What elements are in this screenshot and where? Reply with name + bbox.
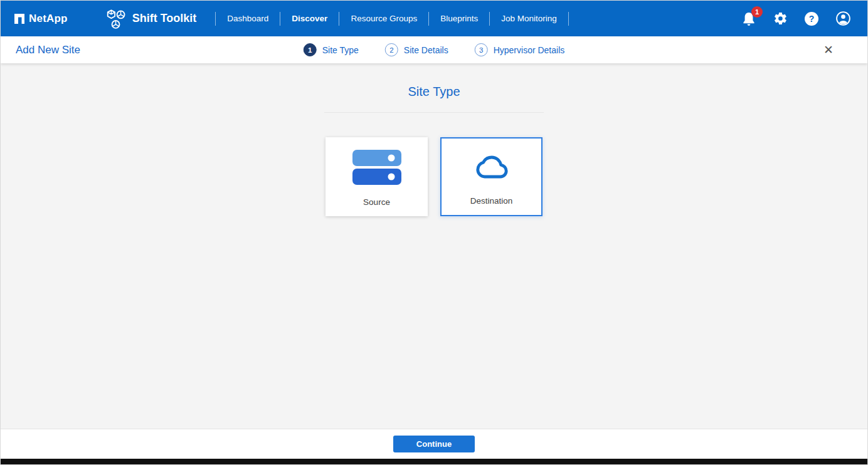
continue-button[interactable]: Continue (393, 436, 475, 452)
netapp-logo[interactable]: NetApp (14, 13, 68, 25)
step-2-label: Site Details (404, 45, 448, 55)
site-type-cards: Source Destination (1, 137, 867, 216)
step-hypervisor-details[interactable]: 3 Hypervisor Details (475, 43, 565, 56)
cloud-icon (472, 138, 512, 196)
nav-item-dashboard[interactable]: Dashboard (218, 10, 277, 27)
source-card[interactable]: Source (326, 137, 428, 216)
nav-item-resource-groups[interactable]: Resource Groups (342, 10, 426, 27)
help-button[interactable]: ? (803, 11, 820, 27)
destination-card-label: Destination (470, 196, 513, 206)
page-heading: Site Type (1, 85, 867, 99)
shift-toolkit-logo-icon (105, 8, 127, 29)
step-1-circle: 1 (304, 43, 317, 56)
user-icon (835, 11, 851, 26)
heading-divider (324, 112, 544, 113)
step-site-type[interactable]: 1 Site Type (304, 43, 359, 56)
nav-divider (428, 12, 429, 26)
server-stack-icon (352, 137, 402, 197)
site-type-panel: Site Type Source Destination (1, 63, 867, 429)
step-site-details[interactable]: 2 Site Details (385, 43, 448, 56)
nav-item-job-monitoring[interactable]: Job Monitoring (492, 10, 566, 27)
destination-card[interactable]: Destination (440, 137, 542, 216)
notification-badge: 1 (751, 6, 763, 18)
nav-divider (215, 12, 216, 26)
nav-divider (280, 12, 280, 26)
app-header: NetApp Shift Toolkit Dashboard Discover … (1, 1, 867, 36)
user-menu-button[interactable] (835, 11, 851, 27)
nav-item-discover[interactable]: Discover (283, 10, 336, 27)
netapp-logo-mark-icon (14, 14, 24, 24)
step-3-label: Hypervisor Details (494, 45, 565, 55)
step-1-label: Site Type (322, 45, 359, 55)
notifications-button[interactable]: 1 (741, 11, 757, 27)
step-3-circle: 3 (475, 43, 488, 56)
gear-icon (773, 11, 788, 26)
netapp-brand-text: NetApp (29, 13, 68, 25)
nav-divider (568, 12, 569, 26)
help-icon: ? (805, 12, 818, 26)
main-nav: Dashboard Discover Resource Groups Bluep… (213, 1, 571, 36)
source-card-label: Source (363, 197, 390, 207)
nav-divider (339, 12, 339, 26)
nav-item-blueprints[interactable]: Blueprints (431, 10, 487, 27)
shift-toolkit-logo[interactable]: Shift Toolkit (105, 8, 197, 29)
bottom-window-edge (1, 459, 867, 464)
close-icon[interactable]: ✕ (821, 41, 836, 58)
wizard-footer: Continue (1, 429, 867, 459)
wizard-stepper: 1 Site Type 2 Site Details 3 Hypervisor … (304, 43, 565, 56)
wizard-bar: Add New Site 1 Site Type 2 Site Details … (1, 36, 867, 63)
nav-divider (489, 12, 490, 26)
step-2-circle: 2 (385, 43, 398, 56)
wizard-title: Add New Site (16, 44, 80, 56)
settings-button[interactable] (772, 11, 788, 27)
header-actions: 1 ? (741, 11, 851, 27)
app-title: Shift Toolkit (132, 12, 197, 25)
